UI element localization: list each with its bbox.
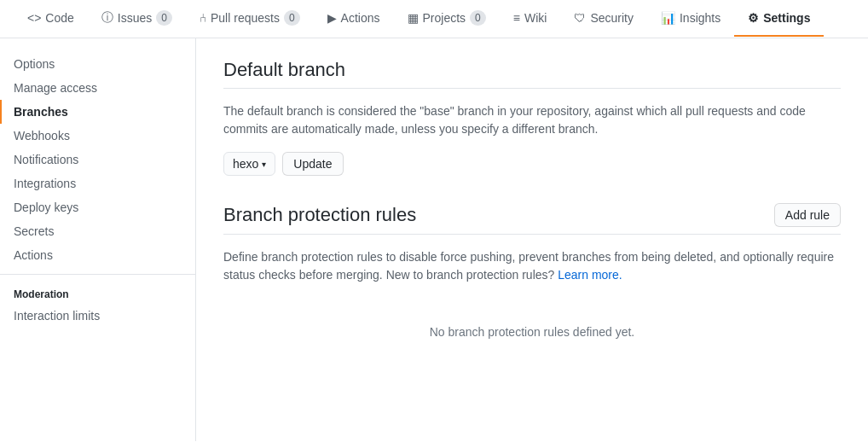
sidebar-item-actions-label: Actions (14, 248, 53, 262)
branch-protection-header: Branch protection rules Add rule (223, 203, 841, 235)
nav-code[interactable]: <> Code (14, 1, 88, 37)
sidebar-item-notifications[interactable]: Notifications (0, 148, 195, 172)
security-icon: 🛡 (574, 11, 586, 25)
nav-insights[interactable]: 📊 Insights (647, 1, 734, 37)
add-rule-button[interactable]: Add rule (774, 203, 841, 227)
nav-projects[interactable]: ▦ Projects 0 (394, 0, 500, 38)
update-button[interactable]: Update (282, 152, 343, 176)
branch-name-label: hexo (233, 157, 258, 171)
top-navigation: <> Code ⓘ Issues 0 ⑃ Pull requests 0 ▶ A… (0, 0, 868, 38)
issues-icon: ⓘ (101, 10, 113, 26)
issues-count: 0 (156, 10, 172, 26)
page-layout: Options Manage access Branches Webhooks … (0, 38, 868, 441)
default-branch-description: The default branch is considered the "ba… (223, 102, 841, 138)
sidebar-item-integrations[interactable]: Integrations (0, 172, 195, 195)
nav-actions-label: Actions (341, 11, 380, 25)
sidebar-item-secrets[interactable]: Secrets (0, 219, 195, 243)
wiki-icon: ≡ (513, 11, 520, 25)
nav-insights-label: Insights (680, 11, 720, 25)
sidebar-item-webhooks[interactable]: Webhooks (0, 124, 195, 148)
sidebar-item-deploy-keys-label: Deploy keys (14, 201, 78, 214)
sidebar-item-integrations-label: Integrations (14, 177, 76, 190)
projects-count: 0 (470, 10, 486, 26)
pull-requests-icon: ⑃ (200, 11, 206, 25)
branch-protection-title: Branch protection rules (223, 204, 416, 226)
nav-actions[interactable]: ▶ Actions (314, 1, 394, 37)
sidebar-divider (0, 274, 195, 275)
projects-icon: ▦ (408, 11, 419, 25)
actions-icon: ▶ (327, 11, 337, 25)
sidebar-item-branches[interactable]: Branches (0, 100, 195, 124)
nav-issues[interactable]: ⓘ Issues 0 (88, 0, 186, 38)
sidebar-item-branches-label: Branches (14, 105, 68, 119)
sidebar-item-notifications-label: Notifications (14, 153, 78, 166)
sidebar-item-options[interactable]: Options (0, 52, 195, 76)
branch-update-row: hexo ▾ Update (223, 152, 841, 176)
chevron-down-icon: ▾ (262, 160, 266, 169)
settings-icon: ⚙ (748, 11, 759, 25)
nav-settings[interactable]: ⚙ Settings (734, 1, 824, 37)
nav-issues-label: Issues (118, 11, 152, 25)
learn-more-link[interactable]: Learn more. (558, 268, 622, 282)
nav-wiki[interactable]: ≡ Wiki (500, 1, 561, 37)
sidebar-item-manage-access-label: Manage access (14, 81, 97, 95)
code-icon: <> (27, 11, 41, 25)
sidebar-item-options-label: Options (14, 57, 55, 71)
nav-pull-requests[interactable]: ⑃ Pull requests 0 (186, 0, 314, 38)
insights-icon: 📊 (661, 11, 675, 25)
nav-code-label: Code (45, 11, 73, 25)
nav-settings-label: Settings (763, 11, 810, 25)
sidebar-item-manage-access[interactable]: Manage access (0, 76, 195, 100)
pull-requests-count: 0 (284, 10, 300, 26)
sidebar-item-interaction-limits[interactable]: Interaction limits (0, 304, 195, 328)
sidebar-item-interaction-limits-label: Interaction limits (14, 309, 100, 323)
sidebar-item-secrets-label: Secrets (14, 224, 54, 238)
sidebar-item-actions[interactable]: Actions (0, 243, 195, 267)
sidebar-moderation-header: Moderation (0, 282, 195, 304)
sidebar: Options Manage access Branches Webhooks … (0, 38, 196, 441)
branch-selector-button[interactable]: hexo ▾ (223, 152, 275, 176)
nav-security-label: Security (590, 11, 634, 25)
default-branch-title: Default branch (223, 59, 841, 89)
branch-protection-desc-text: Define branch protection rules to disabl… (223, 250, 834, 282)
branch-protection-description: Define branch protection rules to disabl… (223, 248, 841, 284)
nav-security[interactable]: 🛡 Security (560, 1, 647, 37)
sidebar-item-webhooks-label: Webhooks (14, 129, 70, 142)
nav-wiki-label: Wiki (524, 11, 547, 25)
nav-projects-label: Projects (423, 11, 466, 25)
empty-state-message: No branch protection rules defined yet. (223, 298, 841, 366)
main-content: Default branch The default branch is con… (196, 38, 868, 441)
nav-pull-requests-label: Pull requests (211, 11, 280, 25)
sidebar-item-deploy-keys[interactable]: Deploy keys (0, 195, 195, 219)
